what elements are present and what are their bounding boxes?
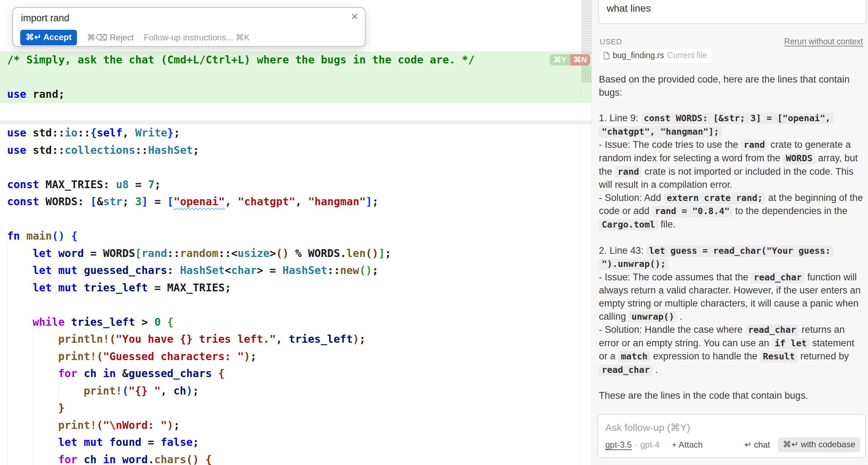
code-line[interactable]: print!("{} ", ch); xyxy=(0,382,591,400)
followup-input-box[interactable]: Ask follow-up (⌘Y) gpt-3.5 · gpt-4 + Att… xyxy=(597,414,866,458)
followup-placeholder[interactable]: Ask follow-up (⌘Y) xyxy=(605,422,690,433)
reject-shortcut-badge[interactable]: ⌘N xyxy=(570,54,590,66)
code-line[interactable]: /* Simply, ask the chat (Cmd+L/Ctrl+L) w… xyxy=(0,51,591,69)
code-editor[interactable]: /* Simply, ask the chat (Cmd+L/Ctrl+L) w… xyxy=(0,0,591,465)
code-lines: /* Simply, ask the chat (Cmd+L/Ctrl+L) w… xyxy=(0,51,591,465)
model-gpt4-toggle[interactable]: gpt-4 xyxy=(640,440,660,450)
code-token: let xyxy=(58,436,77,448)
answer-text: expression to handle the xyxy=(650,351,760,362)
followup-instructions-button[interactable]: Follow-up instructions... ⌘K xyxy=(144,33,250,43)
inline-code: if let xyxy=(772,338,809,349)
code-token: use xyxy=(7,88,26,100)
code-token: HashSet xyxy=(148,144,193,156)
code-line[interactable]: const WORDS: [&str; 3] = ["openai", "cha… xyxy=(0,193,591,211)
code-line[interactable] xyxy=(0,296,591,314)
answer-block: Based on the provided code, here are the… xyxy=(599,73,863,99)
code-token: rand xyxy=(141,247,167,259)
indent-guide xyxy=(7,417,33,434)
code-token: chars xyxy=(154,453,186,465)
inline-code: read_char xyxy=(599,364,652,376)
indent-guide xyxy=(33,365,58,382)
code-token: () xyxy=(366,247,378,259)
indent-guide xyxy=(7,279,33,297)
code-line[interactable]: let mut found = false; xyxy=(0,434,591,451)
code-line[interactable]: use rand; xyxy=(0,86,591,103)
code-token: ) xyxy=(167,419,173,431)
code-line[interactable]: use std::collections::HashSet; xyxy=(0,142,591,159)
code-token: . xyxy=(148,453,154,465)
code-token: } xyxy=(58,402,65,414)
attach-button[interactable]: + Attach xyxy=(672,440,702,450)
code-token: in xyxy=(96,367,116,380)
code-line[interactable]: let mut tries_left = MAX_TRIES; xyxy=(0,279,591,297)
code-token: str xyxy=(103,195,122,208)
code-line[interactable] xyxy=(0,211,591,228)
model-gpt35-toggle[interactable]: gpt-3.5 xyxy=(605,440,632,450)
inline-edit-popup: ✕ import rand ⌘↵ Accept ⌘⌫ Reject Follow… xyxy=(12,7,366,47)
context-file-tag: Current file xyxy=(667,51,707,60)
code-token: ; xyxy=(250,350,257,363)
code-token: io xyxy=(65,127,78,139)
code-line[interactable]: let mut guessed_chars: HashSet<char> = H… xyxy=(0,262,591,279)
inline-code: extern crate rand; xyxy=(664,192,766,204)
code-token: { xyxy=(90,127,97,139)
code-token: ; xyxy=(359,333,366,345)
code-token: ] xyxy=(366,195,372,208)
code-line[interactable] xyxy=(0,159,591,176)
code-line[interactable]: const MAX_TRIES: u8 = 7; xyxy=(0,176,591,194)
code-token: ] xyxy=(141,195,148,208)
inline-code: match xyxy=(618,351,650,363)
inline-code: Cargo.toml xyxy=(599,219,658,231)
code-line[interactable]: let word = WORDS[rand::random::<usize>()… xyxy=(0,245,591,262)
code-line[interactable]: for ch in &guessed_chars { xyxy=(0,365,591,382)
indent-guide xyxy=(7,348,33,365)
used-label: USED xyxy=(600,37,622,46)
code-token: ; xyxy=(385,247,391,259)
reject-button[interactable]: ⌘⌫ Reject xyxy=(87,33,134,43)
code-token: ch xyxy=(173,385,186,397)
accept-shortcut-badge[interactable]: ⌘Y xyxy=(550,54,570,66)
scrollbar-thumb[interactable] xyxy=(582,0,591,55)
code-line[interactable]: println!("You have {} tries left.", trie… xyxy=(0,331,591,348)
code-token: :: xyxy=(327,264,340,276)
accept-button[interactable]: ⌘↵ Accept xyxy=(20,30,77,45)
code-token: let xyxy=(33,264,52,276)
code-line[interactable]: print!("\nWord: "); xyxy=(0,417,591,434)
code-token: tries_left xyxy=(65,316,135,328)
code-line[interactable]: for ch in word.chars() { xyxy=(0,451,591,465)
code-line[interactable]: } xyxy=(0,399,591,417)
code-token: print! xyxy=(58,419,96,431)
code-token: % WORDS. xyxy=(289,247,347,259)
code-token: > xyxy=(135,316,154,328)
answer-text: file. xyxy=(658,219,676,230)
code-line[interactable]: while tries_left > 0 { xyxy=(0,314,591,331)
code-line[interactable] xyxy=(0,103,591,121)
indent-guide xyxy=(33,417,58,434)
question-text[interactable]: what lines xyxy=(607,3,651,14)
question-input-box[interactable]: what lines xyxy=(598,0,867,24)
code-token: /* Simply, ask the chat (Cmd+L/Ctrl+L) w… xyxy=(7,54,475,66)
inline-code: WORDS xyxy=(783,153,815,164)
code-token: print! xyxy=(58,350,96,363)
indent-guide xyxy=(7,262,33,279)
code-token: ; xyxy=(372,195,379,208)
with-codebase-button[interactable]: ⌘↵ with codebase xyxy=(778,437,860,452)
context-file-chip[interactable]: bug_finding.rs Current file xyxy=(599,49,713,63)
code-line[interactable]: use std::io::{self, Write}; xyxy=(0,124,591,142)
code-line[interactable] xyxy=(0,69,591,86)
code-token: ; xyxy=(193,436,199,448)
chat-submit-button[interactable]: ↵ chat xyxy=(745,440,770,450)
code-token: ) xyxy=(186,385,193,397)
code-token: while xyxy=(33,316,65,328)
edit-prompt-text[interactable]: import rand xyxy=(21,13,69,24)
close-icon[interactable]: ✕ xyxy=(351,11,358,22)
code-token: :: xyxy=(167,247,180,259)
app-window: /* Simply, ask the chat (Cmd+L/Ctrl+L) w… xyxy=(0,0,868,465)
code-token: ch xyxy=(77,453,96,465)
code-line[interactable]: print!("Guessed characters: "); xyxy=(0,348,591,365)
rerun-without-context-link[interactable]: Rerun without context xyxy=(784,37,863,46)
code-line[interactable]: fn main() { xyxy=(0,228,591,245)
inline-code: read_char xyxy=(751,272,805,284)
editor-scrollbar[interactable] xyxy=(581,0,591,465)
answer-text: 2. Line 43: xyxy=(599,245,646,256)
